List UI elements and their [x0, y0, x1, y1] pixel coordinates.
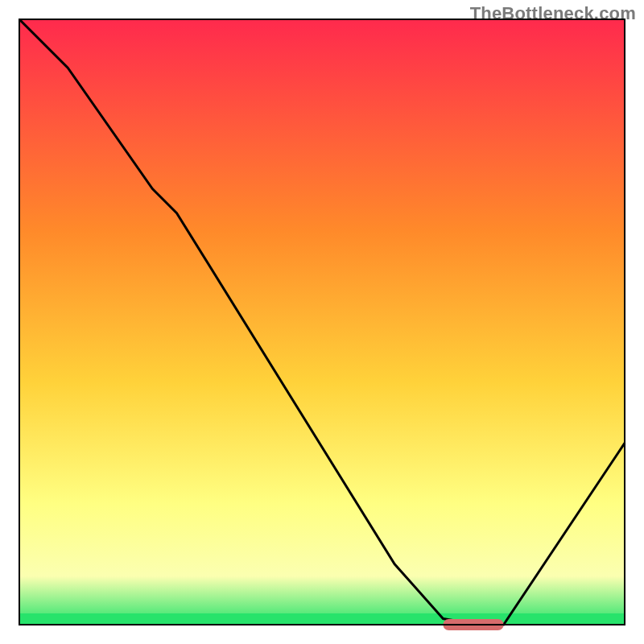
bottleneck-chart [0, 0, 644, 644]
baseline-band [19, 613, 625, 625]
plot-background [19, 19, 625, 625]
chart-container: TheBottleneck.com [0, 0, 644, 644]
